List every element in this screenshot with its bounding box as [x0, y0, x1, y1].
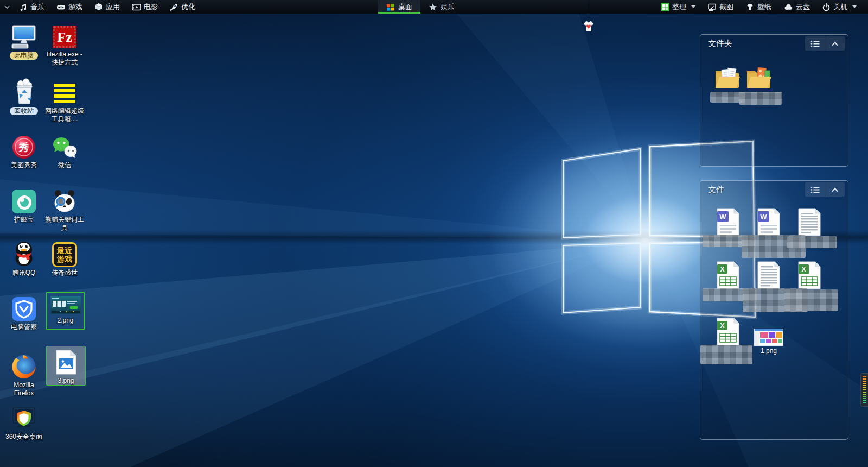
edge-dock-handle[interactable]	[860, 373, 868, 407]
screenshot-button[interactable]: 截图	[701, 0, 739, 14]
panel-list-view-button[interactable]	[805, 182, 825, 197]
desktop-icon-wechat[interactable]: 微信	[45, 130, 84, 169]
menu-label: 壁纸	[757, 2, 771, 12]
desktop-icon-firefox[interactable]: Mozilla Firefox	[4, 350, 43, 397]
excel-doc-icon: X	[716, 318, 740, 346]
file-item-image[interactable]: 1.png	[750, 326, 788, 346]
icon-label: 3.png	[47, 377, 85, 385]
desktop-icon-360-desktop[interactable]: 360安全桌面	[4, 402, 43, 441]
file-name: 1.png	[750, 347, 788, 355]
badge-text: 最近游戏	[57, 246, 72, 263]
desktop-icon-2png[interactable]: 2.png	[46, 292, 85, 330]
file-item-text[interactable]	[790, 207, 828, 236]
yellow-bars-icon	[52, 81, 77, 105]
icon-label: 护眼宝	[4, 216, 43, 224]
file-item-excel[interactable]: X	[709, 317, 747, 346]
widget-string	[589, 0, 589, 21]
meitu-icon: 秀	[11, 135, 36, 160]
file-item-word[interactable]: W	[750, 207, 788, 236]
eye-care-icon	[11, 189, 36, 214]
svg-text:Fz: Fz	[57, 29, 72, 45]
file-item-excel[interactable]: X	[790, 260, 828, 289]
menu-optimize[interactable]: 优化	[164, 0, 201, 14]
desktop-icon-web-toolbox[interactable]: 网络编辑超级工具箱....	[45, 76, 84, 123]
organize-grid-icon	[661, 3, 669, 11]
text-doc-icon	[757, 261, 781, 289]
censored-name	[739, 92, 782, 105]
image-placeholder-icon	[56, 350, 76, 375]
wallpaper-button[interactable]: 壁纸	[739, 0, 777, 14]
text-doc-icon	[797, 208, 821, 236]
desktop-icon-this-pc[interactable]: 此电脑	[4, 21, 43, 60]
pc-manager-shield-icon	[11, 296, 36, 321]
menu-label: 电影	[144, 2, 158, 12]
desktop-icon-filezilla[interactable]: Fz filezilla.exe - 快捷方式	[45, 20, 84, 67]
recent-game-badge-icon: 最近游戏	[52, 242, 77, 267]
desktop-icon-pc-manager[interactable]: 电脑管家	[4, 292, 43, 331]
menu-apps[interactable]: 应用	[88, 0, 126, 14]
panel-list-view-button[interactable]	[805, 36, 825, 51]
menu-label: 游戏	[68, 2, 82, 12]
desktop-icon-recycle-bin[interactable]: 回收站	[4, 76, 43, 115]
panel-title: 文件夹	[708, 39, 805, 49]
excel-doc-icon: X	[716, 261, 740, 289]
menu-movies[interactable]: 电影	[126, 0, 164, 14]
tab-desktop[interactable]: 桌面	[378, 0, 420, 14]
desktop-tabs: 桌面 娱乐	[378, 0, 463, 14]
chevron-up-icon	[831, 41, 839, 46]
desktop-icon-3png[interactable]: 3.png	[46, 346, 86, 386]
icon-label: 美图秀秀	[4, 161, 43, 169]
icon-label: Mozilla Firefox	[4, 381, 43, 397]
movie-icon	[132, 3, 141, 11]
file-item-word[interactable]: W	[709, 207, 747, 236]
toolbar-collapse-button[interactable]	[0, 4, 13, 10]
desktop-icon-meitu[interactable]: 秀 美图秀秀	[4, 130, 43, 169]
chevron-down-icon	[4, 5, 10, 9]
menu-label: 云盘	[796, 2, 810, 12]
censored-name	[700, 345, 752, 364]
rocket-icon	[170, 3, 178, 11]
icon-label: 微信	[45, 161, 84, 169]
organize-button[interactable]: 整理	[655, 0, 701, 14]
wechat-icon	[52, 136, 78, 160]
files-panel-header: 文件	[700, 181, 848, 198]
screenshot-icon	[707, 3, 717, 11]
panel-collapse-button[interactable]	[825, 36, 845, 51]
folder-media-icon	[745, 66, 773, 90]
star-icon	[429, 3, 437, 11]
desktop-icon-panda-keyword[interactable]: 熊猫关键词工具	[45, 185, 84, 232]
windows-logo-icon	[386, 3, 395, 11]
this-pc-icon	[10, 24, 38, 50]
panel-title: 文件	[708, 185, 805, 195]
filezilla-icon: Fz	[52, 25, 77, 49]
panel-collapse-button[interactable]	[825, 182, 845, 197]
menu-music[interactable]: 音乐	[13, 0, 50, 14]
panda-keyword-icon	[51, 189, 78, 214]
desktop-icon-eye-care[interactable]: 护眼宝	[4, 185, 43, 224]
icon-label: 网络编辑超级工具箱....	[45, 107, 84, 123]
menu-label: 优化	[181, 2, 195, 12]
svg-text:X: X	[720, 322, 724, 330]
menu-games[interactable]: 游戏	[50, 0, 88, 14]
folder-item[interactable]	[740, 61, 778, 90]
chevron-up-icon	[831, 187, 839, 192]
desktop-icon-qq[interactable]: 腾讯QQ	[4, 238, 43, 277]
desktop-icon-legend-game[interactable]: 最近游戏 传奇盛世	[45, 238, 84, 277]
file-item-text[interactable]	[750, 260, 788, 289]
icon-label: 腾讯QQ	[4, 269, 43, 277]
360-safe-desktop-icon	[10, 405, 37, 431]
svg-text:秀: 秀	[18, 142, 29, 153]
icon-label: filezilla.exe - 快捷方式	[45, 51, 84, 67]
cloud-icon	[783, 3, 793, 11]
webpage-thumbnail	[754, 329, 783, 346]
tab-label: 桌面	[398, 2, 412, 12]
file-item-excel[interactable]: X	[709, 260, 747, 289]
cloud-drive-button[interactable]: 云盘	[777, 0, 816, 14]
icon-label: 传奇盛世	[45, 269, 84, 277]
word-doc-icon: W	[757, 208, 781, 236]
icon-label: 熊猫关键词工具	[45, 216, 84, 232]
chevron-down-icon	[852, 5, 857, 8]
censored-name	[784, 289, 838, 311]
tab-entertainment[interactable]: 娱乐	[420, 0, 463, 14]
shutdown-button[interactable]: 关机	[816, 0, 863, 14]
